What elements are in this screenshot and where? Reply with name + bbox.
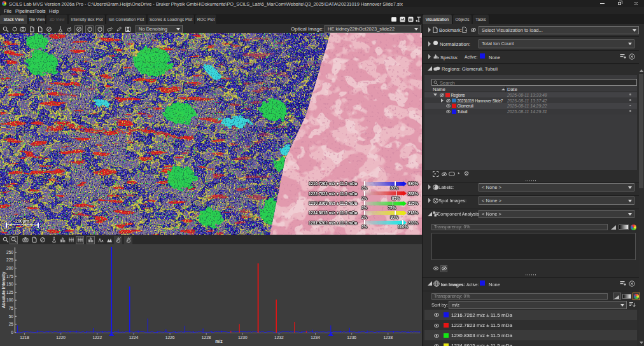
- svg-text:1236: 1236: [347, 335, 356, 340]
- svg-text:1230: 1230: [238, 335, 248, 340]
- svg-text:200: 200: [6, 266, 13, 270]
- svg-text:1222: 1222: [92, 335, 102, 340]
- svg-text:100: 100: [6, 298, 13, 302]
- svg-text:250: 250: [6, 250, 13, 254]
- svg-text:Absolute Intensity: Absolute Intensity: [1, 272, 6, 308]
- svg-text:1226: 1226: [165, 335, 175, 340]
- svg-text:125: 125: [6, 290, 13, 294]
- svg-text:175: 175: [6, 274, 13, 279]
- svg-text:1220: 1220: [56, 335, 66, 340]
- svg-text:1218: 1218: [20, 335, 29, 340]
- svg-text:225: 225: [6, 258, 13, 262]
- svg-text:150: 150: [6, 282, 13, 286]
- svg-text:75: 75: [9, 306, 14, 310]
- svg-text:m/z: m/z: [215, 339, 223, 343]
- svg-text:50: 50: [9, 314, 14, 319]
- svg-text:1232: 1232: [274, 335, 284, 340]
- svg-text:1234: 1234: [311, 335, 320, 340]
- svg-text:1224: 1224: [129, 335, 139, 340]
- svg-text:0: 0: [11, 330, 13, 335]
- svg-text:1238: 1238: [383, 335, 393, 340]
- svg-text:1228: 1228: [202, 335, 211, 340]
- svg-text:25: 25: [9, 322, 14, 326]
